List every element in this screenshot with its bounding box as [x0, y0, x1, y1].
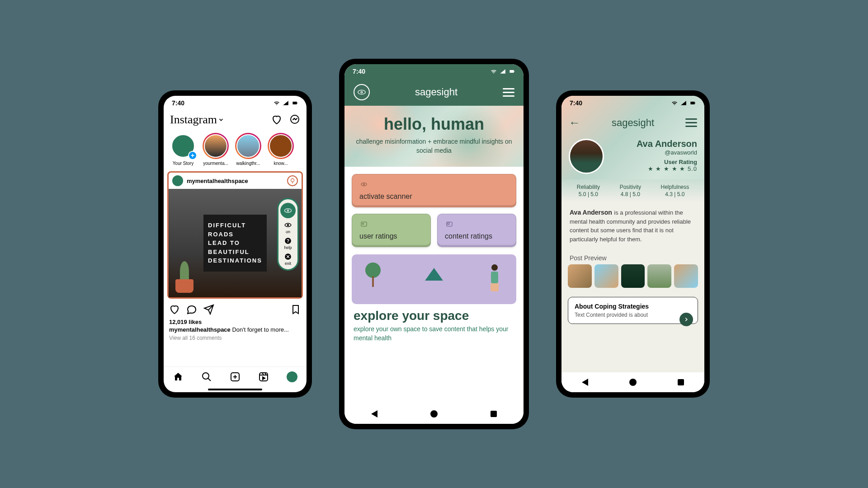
chevron-down-icon[interactable]	[218, 117, 224, 123]
post-likes[interactable]: 12,019 likes	[164, 319, 307, 325]
svg-point-17	[358, 90, 366, 94]
svg-rect-21	[361, 222, 367, 226]
scanner-on-button[interactable]: on	[284, 221, 292, 234]
explore-illustration	[352, 254, 516, 304]
preview-thumb[interactable]	[647, 264, 671, 288]
svg-rect-16	[514, 71, 514, 72]
content-ratings-card[interactable]: content ratings	[437, 214, 516, 247]
home-nav-icon[interactable]	[430, 410, 438, 418]
explore-subtitle: explore your own space to save content t…	[354, 325, 514, 343]
preview-thumb[interactable]	[621, 264, 645, 288]
menu-icon[interactable]	[685, 118, 697, 127]
profile-name: Ava Anderson	[610, 139, 697, 149]
preview-thumb[interactable]	[568, 264, 592, 288]
story-item[interactable]: walkingthr...	[234, 133, 262, 166]
svg-point-20	[363, 184, 365, 185]
messenger-icon[interactable]	[289, 114, 300, 125]
app-header: sagesight	[344, 79, 524, 106]
svg-point-19	[361, 183, 367, 186]
add-post-icon[interactable]	[230, 371, 241, 382]
signal-icon	[680, 100, 687, 106]
hero-banner: hello, human challenge misinformation + …	[344, 106, 524, 167]
svg-point-5	[285, 209, 292, 212]
about-card[interactable]: About Coping Strategies Text Content pro…	[568, 297, 698, 324]
recent-nav-icon[interactable]	[678, 379, 684, 385]
instagram-logo[interactable]: Instagram	[170, 113, 217, 127]
post-avatar[interactable]	[172, 175, 183, 186]
post-username[interactable]: mymentalhealthspace	[187, 178, 248, 184]
status-bar: 7:40	[164, 96, 307, 110]
signal-icon	[499, 68, 506, 75]
preview-thumb[interactable]	[594, 264, 618, 288]
wifi-icon	[671, 100, 678, 106]
back-nav-icon[interactable]	[582, 379, 588, 386]
svg-point-4	[291, 178, 294, 182]
app-title: sagesight	[612, 117, 654, 129]
hero-title: hello, human	[355, 115, 513, 134]
post-caption: mymentalhealthspace Don't forget to more…	[164, 325, 307, 334]
svg-point-6	[287, 210, 288, 211]
scanner-exit-button[interactable]: exit	[284, 253, 292, 266]
reels-icon[interactable]	[258, 371, 269, 382]
profile-bio: Ava Anderson is a professional within th…	[561, 202, 704, 250]
scanner-overlay: on ? help exit	[277, 198, 299, 271]
menu-icon[interactable]	[503, 88, 514, 97]
activate-scanner-card[interactable]: activate scanner	[352, 174, 516, 207]
android-nav	[344, 404, 524, 424]
svg-point-12	[203, 373, 209, 379]
phone-sagesight-profile: 7:40 ← sagesight Ava Anderson @avasworld…	[556, 90, 710, 398]
status-bar: 7:40	[561, 96, 704, 110]
battery-icon	[291, 100, 298, 106]
signal-icon	[282, 100, 289, 106]
sagesight-logo-icon[interactable]	[280, 203, 296, 218]
sagesight-logo-icon[interactable]	[354, 84, 370, 100]
bottom-nav	[164, 366, 307, 387]
comment-icon[interactable]	[186, 304, 197, 315]
metric-reliability: Reliability 5.0 | 5.0	[577, 184, 600, 197]
status-bar: 7:40	[344, 64, 524, 79]
content-rating-icon	[445, 221, 454, 228]
stories-row: + Your Story yourmenta... walkingthr... …	[164, 129, 307, 169]
story-your-story[interactable]: + Your Story	[169, 133, 197, 166]
rating-stars: ★ ★ ★ ★ ★ 5.0	[610, 165, 697, 172]
post-actions	[164, 300, 307, 319]
share-icon[interactable]	[203, 304, 214, 315]
lightbulb-icon[interactable]	[287, 175, 298, 186]
recent-nav-icon[interactable]	[491, 411, 497, 417]
like-icon[interactable]	[169, 304, 180, 315]
user-ratings-card[interactable]: user ratings	[352, 214, 431, 247]
metrics-row: Reliability 5.0 | 5.0 Positivity 4.8 | 5…	[561, 179, 704, 202]
profile-nav-icon[interactable]	[287, 371, 297, 382]
battery-icon	[508, 68, 515, 75]
scanner-help-button[interactable]: ? help	[284, 237, 292, 250]
story-item[interactable]: yourmenta...	[202, 133, 230, 166]
bookmark-icon[interactable]	[290, 304, 301, 315]
search-icon[interactable]	[201, 371, 212, 382]
profile-avatar[interactable]	[569, 139, 604, 174]
svg-rect-2	[297, 103, 297, 103]
post-view-comments[interactable]: View all 16 comments	[164, 334, 307, 344]
phone-instagram: 7:40 Instagram + Your Story	[158, 90, 312, 398]
back-nav-icon[interactable]	[371, 410, 377, 418]
back-arrow-icon[interactable]: ←	[569, 116, 580, 130]
home-icon[interactable]	[173, 371, 184, 382]
heart-icon[interactable]	[271, 114, 282, 125]
post-image[interactable]: DIFFICULT ROADS LEAD TO BEAUTIFUL DESTIN…	[169, 189, 302, 297]
home-nav-icon[interactable]	[629, 379, 637, 386]
battery-icon	[689, 100, 696, 106]
hero-subtitle: challenge misinformation + embrace mindf…	[355, 137, 513, 155]
expand-fab-icon[interactable]	[679, 313, 693, 326]
profile-nav: ← sagesight	[561, 110, 704, 135]
rating-label: User Rating	[610, 159, 697, 165]
preview-thumb[interactable]	[674, 264, 698, 288]
story-item[interactable]: know...	[267, 133, 295, 166]
status-time: 7:40	[570, 99, 582, 107]
user-rating-icon	[359, 221, 368, 228]
svg-rect-26	[695, 103, 695, 103]
letter-board: DIFFICULT ROADS LEAD TO BEAUTIFUL DESTIN…	[203, 215, 267, 272]
svg-rect-1	[292, 102, 297, 104]
svg-point-8	[288, 225, 289, 226]
svg-point-18	[361, 91, 363, 93]
instagram-header: Instagram	[164, 110, 307, 129]
home-indicator[interactable]	[208, 389, 262, 390]
